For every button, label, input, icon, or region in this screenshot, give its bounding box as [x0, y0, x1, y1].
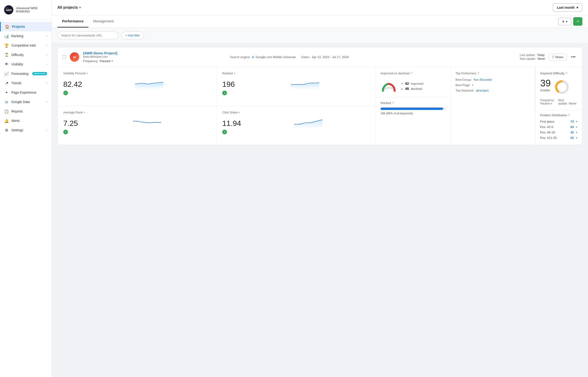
google-data-icon: G — [4, 100, 9, 104]
click-share-dropdown-icon[interactable]: ▾ — [239, 111, 240, 114]
topbar: All projects ▾ Last month ▾ — [52, 0, 588, 15]
ranked-note: 196 (96% of all keywords) — [381, 112, 446, 115]
project-url: www.allrecipes.com — [83, 55, 226, 58]
ranked-bar-track — [381, 107, 446, 110]
home-icon: 🏠 — [5, 24, 10, 29]
download-button[interactable]: ⬇ ▾ — [558, 18, 571, 25]
project-actions: ⤴ Share ••• — [549, 54, 577, 60]
project-name[interactable]: [AWR Demo Project] — [83, 51, 226, 55]
search-engine-meta: Search engine: G Google.com Mobile Unive… — [230, 55, 295, 59]
download-chevron-icon: ▾ — [566, 20, 567, 23]
pos-11-20-plus[interactable]: + — [576, 136, 577, 140]
share-icon: ⤴ — [552, 55, 554, 59]
avatar: ar — [70, 52, 79, 62]
frequency-label: Frequency: — [83, 59, 98, 63]
frequency-paused-button[interactable]: Paused ▾ — [540, 102, 554, 105]
search-engine-label: Search engine: — [230, 55, 250, 59]
improved-count: 62 — [405, 82, 409, 85]
chevron-right-icon: › — [46, 34, 47, 38]
sidebar-item-reports[interactable]: 📋 Reports — [0, 106, 52, 116]
kd-content: Keyword Difficulty ? 39 Doable — [535, 67, 582, 110]
next-update-label: Next update: — [520, 57, 536, 60]
dropdown-arrow-icon: ▾ — [79, 6, 81, 9]
sidebar-item-alerts[interactable]: 🔔 Alerts — [0, 116, 52, 125]
pos-dist-title: Position Distribution — [540, 113, 567, 117]
average-rank-label: Average Rank — [63, 111, 83, 114]
sidebar-item-projects-label: Projects — [12, 25, 25, 28]
first-place-value: 73 — [570, 120, 574, 123]
sidebar-item-competitive-intel[interactable]: 🏆 Competitive Intel › — [0, 41, 52, 50]
click-share-label: Click Share — [222, 111, 238, 114]
click-share-add-button[interactable]: + — [222, 130, 227, 134]
tab-performance[interactable]: Performance — [57, 15, 89, 27]
chevron-right-icon: › — [46, 63, 47, 66]
sidebar-item-difficulty[interactable]: ⏳ Difficulty › — [0, 50, 52, 59]
dates-meta: Dates: Apr 22, 2023 - Jul 17, 2024 — [301, 55, 349, 59]
sidebar-item-reports-label: Reports — [11, 109, 23, 113]
sidebar-item-forecasting[interactable]: 📈 Forecasting IMPROVED — [0, 69, 52, 78]
sidebar-item-forecasting-label: Forecasting — [11, 72, 28, 76]
pos-dist-question-icon[interactable]: ? — [568, 114, 570, 117]
ranked-label: Ranked — [222, 71, 233, 75]
freq-dropdown-icon: ▾ — [551, 102, 552, 105]
tp-question-icon[interactable]: ? — [477, 72, 479, 75]
tab-management[interactable]: Management — [89, 15, 119, 27]
avg-rank-dropdown-icon[interactable]: ▾ — [84, 111, 85, 114]
top-performers: Top Performers ? Best Group: Non-Branded… — [451, 67, 535, 145]
best-group-value[interactable]: Non-Branded — [474, 78, 492, 82]
search-input[interactable] — [57, 32, 119, 39]
sidebar-item-visibility[interactable]: 👁 Visibility › — [0, 59, 52, 69]
sidebar-logo: AWR Advanced WEB RANKING — [0, 0, 52, 20]
ranked-dropdown-icon[interactable]: ▾ — [234, 72, 235, 75]
kd-question-icon[interactable]: ? — [566, 72, 567, 75]
next-update-value: Never — [537, 57, 545, 60]
kd-score: 39 — [540, 78, 551, 88]
difficulty-icon: ⏳ — [4, 52, 9, 57]
visibility-percent-value: 82.42 — [63, 80, 82, 89]
all-projects-dropdown[interactable]: All projects ▾ — [57, 5, 81, 10]
stat-click-share: Click Share ▾ 11.94 — [217, 106, 376, 145]
click-share-chart — [247, 116, 370, 128]
add-filter-button[interactable]: + Add filter — [121, 32, 144, 39]
improved-label: improved — [411, 82, 423, 85]
chevron-down-icon: ▾ — [577, 6, 578, 9]
pos-6-10-plus[interactable]: + — [576, 131, 577, 134]
declined-arrow-icon: ↙ — [401, 87, 403, 91]
kd-label: Doable — [540, 88, 551, 92]
sidebar-item-projects[interactable]: 🏠 Projects — [0, 22, 52, 31]
pos-2-5-value: 63 — [570, 125, 574, 129]
main-content: All projects ▾ Last month ▾ Performance … — [52, 0, 588, 377]
filter-bar: + Add filter — [52, 28, 588, 43]
add-project-button[interactable]: + — [573, 17, 582, 26]
stat-ranked: Ranked ▾ 196 — [217, 67, 376, 106]
bottom-left-section: Improved vs declined ? — [376, 67, 535, 145]
top-keyword-label: Top Keyword: — [456, 89, 474, 92]
ranked-add-button[interactable]: + — [222, 91, 227, 95]
main-tabs: Performance Management — [57, 15, 118, 27]
more-options-button[interactable]: ••• — [569, 54, 577, 60]
sidebar-item-page-experience[interactable]: ✦ Page Experience — [0, 88, 52, 97]
sidebar-item-google-data[interactable]: G Google Data › — [0, 97, 52, 106]
sidebar-item-ranking[interactable]: 📊 Ranking › — [0, 31, 52, 41]
pos-2-5-plus[interactable]: + — [576, 125, 577, 129]
project-checkbox[interactable] — [62, 55, 66, 59]
avg-rank-add-button[interactable]: + — [63, 130, 68, 134]
kd-donut-chart — [554, 79, 570, 95]
sidebar-item-settings[interactable]: ⚙ Settings › — [0, 125, 52, 135]
best-group-label: Best Group: — [456, 78, 472, 82]
visibility-add-button[interactable]: + — [63, 91, 68, 95]
sidebar-item-trends[interactable]: ↗ Trends › — [0, 78, 52, 88]
pos-11-20-label: Pos. #11-20: — [540, 136, 557, 140]
ranked-question-icon[interactable]: ? — [392, 101, 394, 105]
question-icon[interactable]: ? — [411, 72, 412, 75]
freq-label: Frequency: — [540, 99, 554, 102]
date-range-button[interactable]: Last month ▾ — [553, 3, 582, 12]
frequency-dropdown-icon[interactable]: ▾ — [112, 59, 113, 63]
first-place-plus[interactable]: + — [576, 120, 577, 123]
improved-gauge — [381, 78, 397, 94]
visibility-dropdown-icon[interactable]: ▾ — [87, 72, 88, 75]
top-keyword-value[interactable]: allrecipes — [476, 89, 489, 92]
share-button[interactable]: ⤴ Share — [549, 54, 567, 60]
sidebar-item-competitive-intel-label: Competitive Intel — [11, 44, 36, 47]
paused-label: Paused — [540, 102, 550, 105]
